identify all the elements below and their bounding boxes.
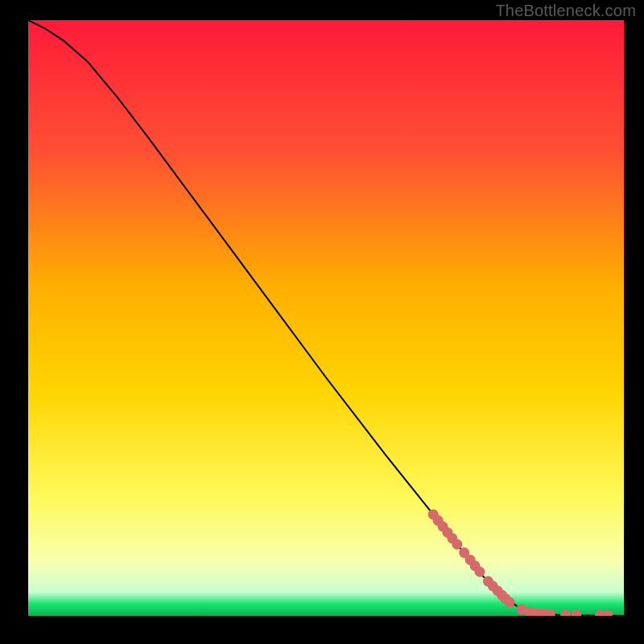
chart-frame: TheBottleneck.com (0, 0, 644, 644)
plot-svg (28, 20, 624, 616)
plot-area (28, 20, 624, 616)
watermark-text: TheBottleneck.com (495, 2, 636, 20)
data-marker (504, 597, 514, 607)
gradient-background (28, 20, 624, 616)
data-marker (474, 567, 485, 577)
data-marker (452, 539, 462, 550)
